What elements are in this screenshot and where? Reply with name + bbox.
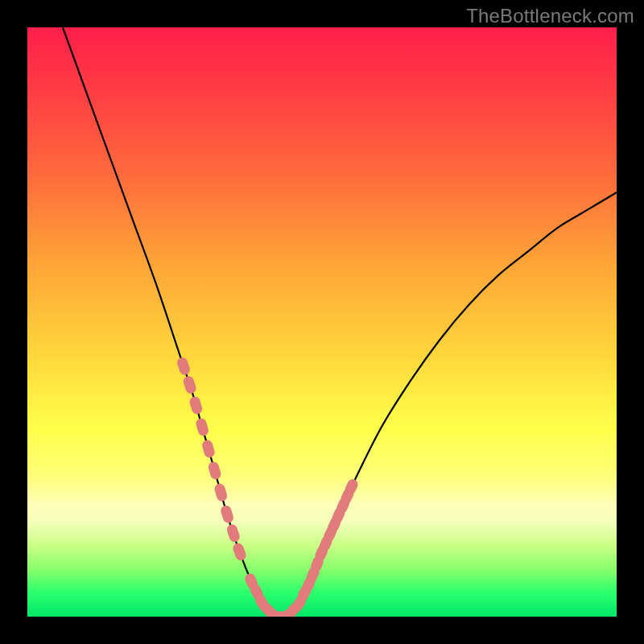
bead xyxy=(188,395,204,415)
bead xyxy=(220,504,235,524)
bead xyxy=(207,460,222,481)
bead xyxy=(213,482,229,502)
bead xyxy=(182,375,197,395)
watermark-text: TheBottleneck.com xyxy=(466,5,634,27)
curve-svg xyxy=(27,27,617,617)
bead xyxy=(175,356,191,376)
bottleneck-curve xyxy=(63,27,617,617)
plot-area xyxy=(27,27,617,617)
bead xyxy=(225,523,241,543)
bead xyxy=(195,417,210,437)
bead-highlights xyxy=(175,356,359,617)
chart-frame: TheBottleneck.com xyxy=(0,0,644,644)
bead xyxy=(232,542,248,562)
bead xyxy=(201,439,217,459)
